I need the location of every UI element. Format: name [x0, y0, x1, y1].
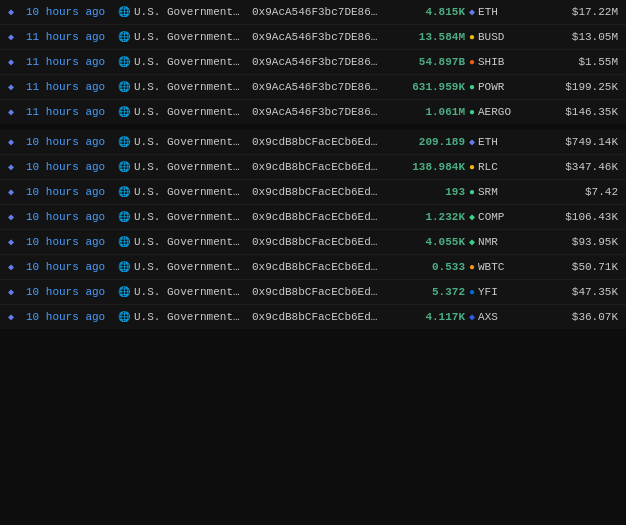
table-row[interactable]: ◆ 10 hours ago 🌐 U.S. Government: FT... …: [0, 130, 626, 155]
address-label: 0x9cdB8bCFacECb6Edc93...: [252, 211, 381, 223]
token-icon: ●: [469, 32, 475, 43]
time-label: 10 hours ago: [26, 311, 114, 323]
table-row[interactable]: ◆ 10 hours ago 🌐 U.S. Government: FT... …: [0, 305, 626, 329]
address-label: 0x9cdB8bCFacECb6Edc93...: [252, 136, 381, 148]
address-label: 0x9AcA546F3bc7DE864A...: [252, 6, 381, 18]
from-label: 🌐 U.S. Government: F...: [118, 31, 248, 43]
time-label: 11 hours ago: [26, 56, 114, 68]
time-label: 10 hours ago: [26, 136, 114, 148]
globe-icon: 🌐: [118, 56, 130, 68]
time-label: 10 hours ago: [26, 261, 114, 273]
token-symbol: ETH: [478, 6, 498, 18]
token-symbol: RLC: [478, 161, 498, 173]
eth-icon: ◆: [8, 6, 22, 18]
token-icon: ◆: [469, 236, 475, 248]
time-label: 10 hours ago: [26, 6, 114, 18]
token-label: ● RLC: [469, 161, 544, 173]
table-row[interactable]: ◆ 11 hours ago 🌐 U.S. Government: F... 0…: [0, 25, 626, 50]
table-row[interactable]: ◆ 10 hours ago 🌐 U.S. Government: FT... …: [0, 280, 626, 305]
entity-name: U.S. Government: F...: [134, 6, 244, 18]
amount-value: 5.372: [385, 286, 465, 298]
token-icon: ◆: [469, 211, 475, 223]
entity-name: U.S. Government: F...: [134, 106, 244, 118]
entity-name: U.S. Government: FT...: [134, 311, 244, 323]
token-icon: ●: [469, 287, 475, 298]
time-label: 10 hours ago: [26, 186, 114, 198]
table-row[interactable]: ◆ 10 hours ago 🌐 U.S. Government: FT... …: [0, 180, 626, 205]
table-row[interactable]: ◆ 11 hours ago 🌐 U.S. Government: F... 0…: [0, 75, 626, 100]
token-icon: ●: [469, 187, 475, 198]
from-label: 🌐 U.S. Government: F...: [118, 56, 248, 68]
usd-value: $36.07K: [548, 311, 618, 323]
time-label: 11 hours ago: [26, 31, 114, 43]
usd-value: $1.55M: [548, 56, 618, 68]
from-label: 🌐 U.S. Government: FT...: [118, 211, 248, 223]
from-label: 🌐 U.S. Government: F...: [118, 106, 248, 118]
eth-icon: ◆: [8, 211, 22, 223]
usd-value: $93.95K: [548, 236, 618, 248]
table-row[interactable]: ◆ 11 hours ago 🌐 U.S. Government: F... 0…: [0, 100, 626, 124]
eth-icon: ◆: [8, 31, 22, 43]
from-label: 🌐 U.S. Government: FT...: [118, 236, 248, 248]
usd-value: $106.43K: [548, 211, 618, 223]
token-label: ● YFI: [469, 286, 544, 298]
globe-icon: 🌐: [118, 81, 130, 93]
entity-name: U.S. Government: FT...: [134, 286, 244, 298]
address-label: 0x9AcA546F3bc7DE864A...: [252, 81, 381, 93]
entity-name: U.S. Government: FT...: [134, 211, 244, 223]
usd-value: $50.71K: [548, 261, 618, 273]
token-symbol: WBTC: [478, 261, 504, 273]
eth-icon: ◆: [8, 236, 22, 248]
amount-value: 1.232K: [385, 211, 465, 223]
time-label: 11 hours ago: [26, 81, 114, 93]
address-label: 0x9cdB8bCFacECb6Edc93...: [252, 286, 381, 298]
eth-icon: ◆: [8, 186, 22, 198]
address-label: 0x9cdB8bCFacECb6Edc93...: [252, 236, 381, 248]
from-label: 🌐 U.S. Government: FT...: [118, 286, 248, 298]
token-icon: ●: [469, 262, 475, 273]
token-symbol: COMP: [478, 211, 504, 223]
token-icon: ●: [469, 107, 475, 118]
table-row[interactable]: ◆ 10 hours ago 🌐 U.S. Government: FT... …: [0, 205, 626, 230]
globe-icon: 🌐: [118, 136, 130, 148]
eth-icon: ◆: [8, 81, 22, 93]
time-label: 10 hours ago: [26, 161, 114, 173]
section-1: ◆ 10 hours ago 🌐 U.S. Government: F... 0…: [0, 0, 626, 130]
from-label: 🌐 U.S. Government: FT...: [118, 186, 248, 198]
globe-icon: 🌐: [118, 6, 130, 18]
token-symbol: POWR: [478, 81, 504, 93]
from-label: 🌐 U.S. Government: FT...: [118, 261, 248, 273]
table-row[interactable]: ◆ 10 hours ago 🌐 U.S. Government: F... 0…: [0, 0, 626, 25]
token-label: ● WBTC: [469, 261, 544, 273]
usd-value: $347.46K: [548, 161, 618, 173]
table-row[interactable]: ◆ 10 hours ago 🌐 U.S. Government: FT... …: [0, 155, 626, 180]
entity-name: U.S. Government: F...: [134, 31, 244, 43]
amount-value: 209.189: [385, 136, 465, 148]
from-label: 🌐 U.S. Government: FT...: [118, 161, 248, 173]
entity-name: U.S. Government: FT...: [134, 261, 244, 273]
time-label: 10 hours ago: [26, 286, 114, 298]
table-row[interactable]: ◆ 10 hours ago 🌐 U.S. Government: FT... …: [0, 230, 626, 255]
token-icon: ◆: [469, 136, 475, 148]
entity-name: U.S. Government: FT...: [134, 186, 244, 198]
amount-value: 0.533: [385, 261, 465, 273]
table-row[interactable]: ◆ 10 hours ago 🌐 U.S. Government: FT... …: [0, 255, 626, 280]
token-label: ● POWR: [469, 81, 544, 93]
amount-value: 13.584M: [385, 31, 465, 43]
token-symbol: AERGO: [478, 106, 511, 118]
token-label: ● BUSD: [469, 31, 544, 43]
token-label: ● SRM: [469, 186, 544, 198]
time-label: 10 hours ago: [26, 211, 114, 223]
from-label: 🌐 U.S. Government: F...: [118, 81, 248, 93]
entity-name: U.S. Government: FT...: [134, 236, 244, 248]
token-label: ◆ ETH: [469, 6, 544, 18]
from-label: 🌐 U.S. Government: FT...: [118, 311, 248, 323]
globe-icon: 🌐: [118, 31, 130, 43]
eth-icon: ◆: [8, 261, 22, 273]
address-label: 0x9AcA546F3bc7DE864A...: [252, 31, 381, 43]
amount-value: 4.055K: [385, 236, 465, 248]
globe-icon: 🌐: [118, 211, 130, 223]
globe-icon: 🌐: [118, 186, 130, 198]
address-label: 0x9cdB8bCFacECb6Edc93...: [252, 186, 381, 198]
table-row[interactable]: ◆ 11 hours ago 🌐 U.S. Government: F... 0…: [0, 50, 626, 75]
